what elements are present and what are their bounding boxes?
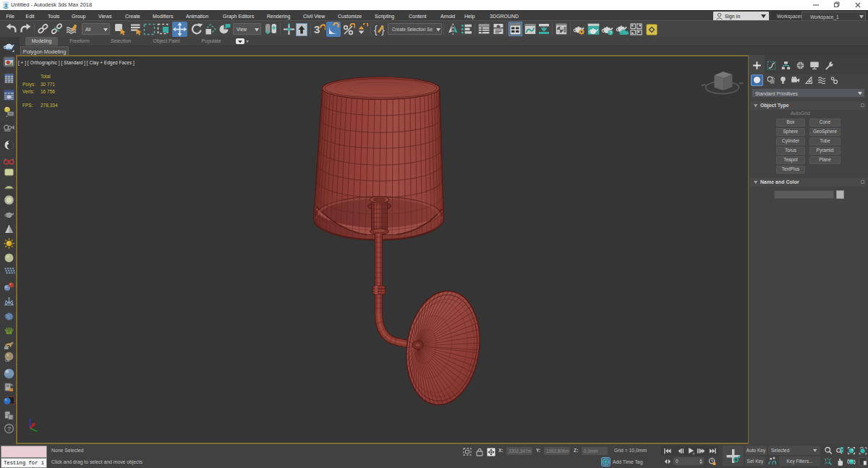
svg-text:3: 3	[4, 2, 7, 9]
svg-text:?: ?	[609, 30, 612, 35]
svg-text:{: {	[374, 24, 378, 35]
svg-text:3: 3	[314, 23, 320, 35]
svg-text:HF: HF	[4, 346, 9, 350]
svg-text:?: ?	[7, 425, 11, 433]
svg-text:Ob: Ob	[5, 359, 10, 362]
